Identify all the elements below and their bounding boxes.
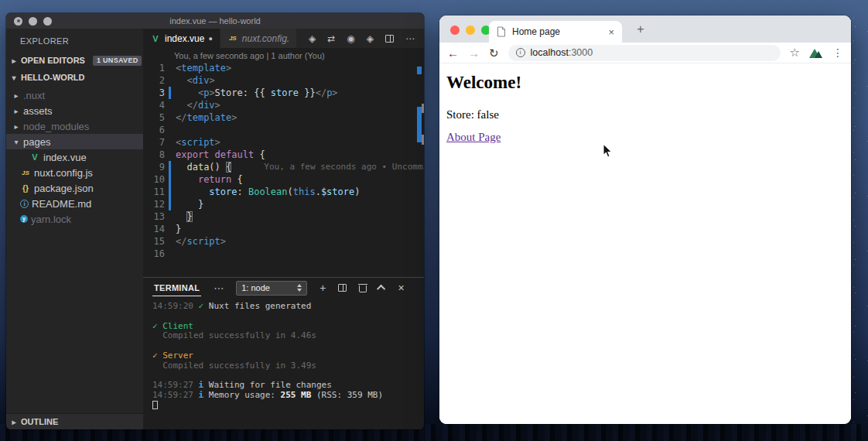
markdown-file-icon: i (20, 200, 29, 208)
code-line: 1<template> (143, 62, 424, 74)
select-arrows-icon (297, 284, 302, 292)
tree-item[interactable]: Vindex.vue (6, 149, 143, 165)
explorer-header: EXPLORER (6, 29, 143, 52)
terminal-line: 14:59:27 i Memory usage: 255 MB (RSS: 35… (152, 391, 424, 401)
terminal-line: Compiled successfully in 3.49s (152, 361, 424, 371)
tab-index-vue[interactable]: V index.vue ● (143, 29, 220, 48)
vscode-traffic-lights (14, 17, 52, 26)
terminal-more-icon[interactable]: ⋯ (214, 282, 224, 294)
terminal-line: 14:59:20 ✓ Nuxt files generated (152, 302, 424, 312)
browser-traffic-lights (450, 26, 490, 35)
js-file-icon: JS (227, 35, 238, 42)
tree-item-label: yarn.lock (31, 214, 71, 225)
reload-icon[interactable]: ↻ (489, 47, 499, 59)
code-editor[interactable]: You, a few seconds ago | 1 author (You) … (143, 48, 424, 277)
code-line: 13 } (143, 210, 424, 223)
new-tab-button[interactable]: + (631, 20, 650, 39)
code-line: 11 store: Boolean(this.$store) (143, 186, 424, 198)
page-heading: Welcome! (446, 73, 851, 93)
project-section[interactable]: ▾ HELLO-WORLD (6, 69, 143, 86)
outline-label: OUTLINE (21, 417, 58, 426)
back-icon[interactable]: ← (447, 47, 459, 59)
tree-item[interactable]: ▸node_modules (6, 118, 143, 134)
chevron-down-icon: ▾ (9, 74, 19, 82)
browser-tab[interactable]: Home page × (489, 21, 622, 43)
split-terminal-icon[interactable] (338, 284, 347, 292)
browser-menu-icon[interactable]: ⋮ (832, 46, 843, 59)
close-panel-icon[interactable]: × (398, 282, 404, 294)
outline-section[interactable]: ▸ OUTLINE (6, 413, 143, 429)
open-changes-icon[interactable]: ⇄ (327, 33, 335, 44)
forward-icon[interactable]: → (468, 47, 480, 59)
tree-item[interactable]: ▸.nuxt (6, 87, 143, 103)
code-lines: 1<template>2 <div>3 <p>Store: {{ store }… (143, 62, 424, 260)
url-port: :3000 (569, 47, 593, 58)
gitlens-blame-header[interactable]: You, a few seconds ago | 1 author (You) (174, 51, 424, 61)
split-editor-icon[interactable] (385, 35, 394, 43)
tab-label: index.vue (165, 33, 204, 44)
code-line: 7<script> (143, 136, 424, 149)
open-editors-section[interactable]: ▸ OPEN EDITORS 1 UNSAVED (6, 52, 143, 69)
gitlens-features-icon[interactable]: ◈ (367, 33, 374, 44)
browser-window: Home page × + ← → ↻ i localhost:3000 ☆ ⋮… (439, 15, 851, 424)
tree-item-label: .nuxt (23, 90, 45, 101)
tree-item[interactable]: ▸assets (6, 103, 143, 118)
vscode-window-title: index.vue — hello-world (6, 16, 424, 26)
zoom-window-button[interactable] (43, 17, 52, 26)
code-line: 8export default { (143, 149, 424, 161)
minimize-window-button[interactable] (29, 17, 37, 26)
browser-tabstrip[interactable]: Home page × + (439, 15, 851, 43)
more-actions-icon[interactable]: ⋯ (405, 33, 415, 44)
web-page-content: Welcome! Store: false About Page (439, 63, 851, 424)
terminal-output[interactable]: 14:59:20 ✓ Nuxt files generated ✓ Client… (143, 298, 424, 429)
vue-file-icon: V (29, 152, 40, 162)
overview-ruler[interactable] (416, 48, 424, 277)
json-file-icon: {} (20, 184, 31, 193)
code-line: 12 } (143, 198, 424, 210)
vscode-titlebar[interactable]: index.vue — hello-world (6, 13, 424, 29)
tree-item-label: assets (23, 105, 53, 117)
terminal-line (152, 401, 424, 411)
kill-terminal-icon[interactable] (359, 284, 367, 292)
new-terminal-icon[interactable]: + (320, 282, 326, 294)
editor-actions: ◈ ⇄ ◉ ◈ ⋯ (299, 29, 424, 48)
code-line: 10 return { (143, 173, 424, 186)
toggle-annotations-icon[interactable]: ◉ (347, 33, 354, 44)
tab-nuxt-config[interactable]: JS nuxt.config. (220, 29, 296, 48)
explorer-sidebar: EXPLORER ▸ OPEN EDITORS 1 UNSAVED ▾ HELL… (6, 29, 143, 429)
about-page-link[interactable]: About Page (446, 131, 501, 143)
chevron-right-icon: ▸ (9, 418, 19, 426)
code-line: 3 <p>Store: {{ store }}</p> (143, 87, 424, 99)
tree-item[interactable]: iREADME.md (6, 196, 143, 211)
terminal-title[interactable]: TERMINAL (152, 279, 201, 296)
terminal-shell-select[interactable]: 1: node (236, 281, 307, 296)
browser-toolbar: ← → ↻ i localhost:3000 ☆ ⋮ (439, 43, 851, 63)
tree-item[interactable]: yyarn.lock (6, 211, 143, 227)
tree-item-label: README.md (32, 198, 91, 210)
terminal-panel: TERMINAL ⋯ 1: node + × 14:59:20 ✓ Nuxt f… (143, 277, 424, 429)
bookmark-star-icon[interactable]: ☆ (790, 46, 800, 60)
tree-item[interactable]: JSnuxt.config.js (6, 165, 143, 180)
code-line: 16 (143, 248, 424, 260)
address-bar[interactable]: i localhost:3000 (508, 45, 781, 61)
tree-item[interactable]: ▾pages (6, 134, 143, 149)
close-window-button[interactable] (14, 17, 22, 26)
tab-title: Home page (512, 26, 602, 37)
gitlens-inline-blame: You, a few seconds ago • Uncommi (264, 161, 424, 173)
code-line: 14} (143, 223, 424, 235)
tab-close-icon[interactable]: × (608, 26, 614, 38)
modified-dot-icon[interactable]: ● (208, 35, 212, 43)
tree-item[interactable]: {}package.json (6, 180, 143, 196)
site-info-icon[interactable]: i (516, 48, 525, 57)
close-window-button[interactable] (450, 26, 460, 35)
nuxt-extension-icon[interactable] (809, 48, 823, 58)
vscode-window: index.vue — hello-world EXPLORER ▸ OPEN … (6, 13, 424, 429)
maximize-panel-icon[interactable] (379, 285, 385, 291)
chevron-down-icon: ▾ (12, 138, 20, 146)
gitlens-icon[interactable]: ◈ (309, 33, 316, 44)
chevron-right-icon: ▸ (9, 56, 19, 65)
tree-item-label: pages (23, 136, 50, 148)
minimize-window-button[interactable] (466, 26, 475, 35)
url-text: localhost:3000 (531, 47, 593, 58)
page-favicon-icon (497, 26, 506, 37)
